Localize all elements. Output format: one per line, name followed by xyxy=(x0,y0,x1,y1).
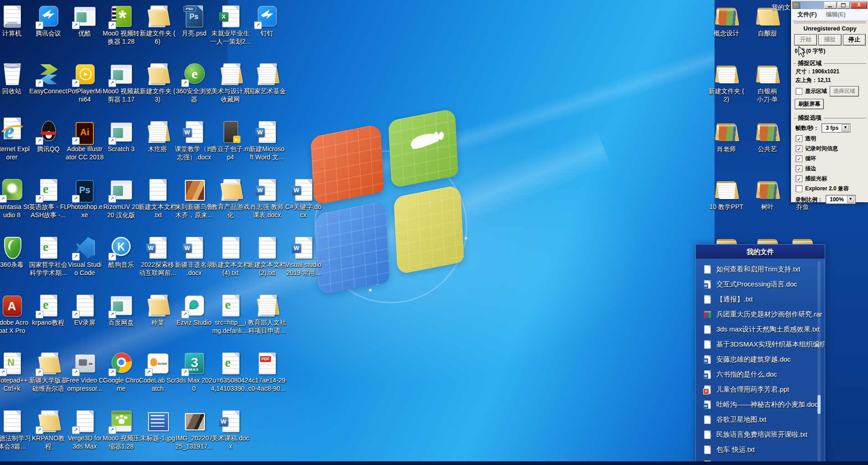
desktop-icon[interactable]: krpano教程 xyxy=(30,292,66,350)
desktop-icon[interactable]: 10 教学PPT xyxy=(708,176,745,234)
menu-file[interactable]: 文件(F) xyxy=(797,10,817,19)
file-list-item[interactable]: 如何查看和启用Trim支持.txt xyxy=(696,262,825,277)
desktop-icon[interactable]: 腾讯QQ xyxy=(30,118,66,176)
desktop-icon[interactable]: 木疙瘩 xyxy=(139,118,176,176)
desktop-icon[interactable]: 新建文件夹 ( 6) xyxy=(139,3,176,61)
desktop-icon[interactable]: 来到新疆乌鲁 木齐，原来... xyxy=(176,176,212,234)
desktop-icon[interactable]: Moo0 视频裁 剪器 1.17 xyxy=(103,61,139,118)
close-button[interactable]: X xyxy=(851,2,867,9)
start-button[interactable]: 开始 xyxy=(794,34,817,46)
file-list-item[interactable]: 包车 快运.txt xyxy=(696,442,825,457)
desktop-icon[interactable]: RizomUV 20 20 汉化版 xyxy=(103,176,139,234)
desktop-icon[interactable]: 概念设计 xyxy=(708,3,745,61)
desktop-icon[interactable]: Scratch 3 xyxy=(103,118,139,176)
desktop-icon[interactable]: 百度网盘 xyxy=(103,292,139,350)
option-checkbox[interactable] xyxy=(796,185,802,192)
desktop-icon[interactable]: 未就业毕业生 一人一策划2... xyxy=(212,3,249,61)
menu-edit[interactable]: 编辑(E) xyxy=(826,10,846,19)
desktop-icon[interactable]: 肖志强 教师 课表.docx xyxy=(249,176,285,234)
desktop-icon[interactable]: 新建文件夹 ( 3) xyxy=(139,61,176,118)
record-scale-dropdown[interactable]: 100%▼ xyxy=(826,195,856,204)
scrollbar-thumb[interactable] xyxy=(817,395,821,414)
desktop-icon[interactable]: 国家艺术基金 xyxy=(249,61,285,118)
capture-button[interactable]: 捕捉 xyxy=(818,34,841,46)
folder-photo-icon xyxy=(714,120,739,144)
desktop-icon[interactable]: 2022探索移 动互联网前... xyxy=(139,234,176,292)
file-list-item[interactable]: 谷歌卫星地图.txt xyxy=(696,412,825,427)
file-list-item[interactable]: 3ds max设计天然陶土质感效果.txt xyxy=(696,322,825,337)
select-region-button[interactable]: 选择区域 xyxy=(830,86,859,97)
option-checkbox[interactable] xyxy=(796,135,802,142)
desktop-icon[interactable]: 新建文本文档 .txt xyxy=(139,176,176,234)
desktop-icon[interactable]: KRPANO教 程 xyxy=(30,408,66,465)
desktop-icon[interactable]: 课堂教学（肖 志强）.docx xyxy=(176,118,212,176)
file-list-item[interactable]: 【通报】.txt xyxy=(696,292,825,307)
desktop-icon[interactable]: 新建文本文档 (2).txt xyxy=(249,234,285,292)
desktop-icon[interactable]: 酷狗音乐 xyxy=(103,234,139,292)
desktop-icon[interactable]: C#关键字.do cx xyxy=(285,176,322,234)
file-list-item[interactable]: 吐峪沟——神秘古朴的小麦加.doc xyxy=(696,397,825,412)
stop-button[interactable]: 停止 xyxy=(843,34,866,46)
desktop-icon[interactable]: u=63508042 4,14103390... xyxy=(212,350,249,408)
desktop-icon[interactable]: 新疆大学版基 础维吾尔语 xyxy=(30,350,66,408)
desktop-icon[interactable]: 新建文件夹 ( 2) xyxy=(708,61,745,118)
desktop-icon[interactable]: 360安全浏览 器 xyxy=(176,61,212,118)
file-list-item[interactable]: 六书指的是什么.doc xyxy=(696,367,825,382)
desktop-icon[interactable]: Visual Studi o Code xyxy=(66,234,103,292)
desktop-icon[interactable]: 美术课稿.doc x xyxy=(212,408,249,465)
desktop-icon[interactable]: 4c17ae14-29 c0-4ac8-90... xyxy=(249,350,285,408)
desktop-icon[interactable]: IMG_202207 25_131917... xyxy=(176,408,212,465)
desktop-icon[interactable]: 新建Microso ft Word 文... xyxy=(249,118,285,176)
desktop-icon-label: 钉钉 xyxy=(244,29,290,37)
desktop-icon[interactable]: 未标题-1.jpg xyxy=(139,408,176,465)
desktop-icon[interactable]: Verge3D for 3ds Max xyxy=(66,408,103,465)
desktop-icon[interactable]: Adobe Illustr ator CC 2018 xyxy=(66,118,103,176)
show-region-checkbox[interactable] xyxy=(796,88,802,95)
maximize-button[interactable] xyxy=(837,2,850,9)
desktop-icon[interactable]: 种菜 xyxy=(139,292,176,350)
desktop-icon[interactable]: 3ds Max 202 0 xyxy=(176,350,212,408)
option-checkbox[interactable] xyxy=(796,165,802,172)
refresh-screen-button[interactable]: 刷新屏幕 xyxy=(795,99,824,109)
minimize-button[interactable] xyxy=(824,2,837,9)
file-list-item[interactable]: 基于3DSMAX实现针织基本组织编织的... xyxy=(696,337,825,352)
file-list-item[interactable]: 民族语言免费培训班开课啦.txt xyxy=(696,427,825,442)
desktop-icon[interactable]: 白银柄 小刀-单 xyxy=(749,61,786,118)
desktop-icon[interactable]: Free Video C ompressor... xyxy=(66,350,103,408)
desktop-icon[interactable]: 腾讯会议 xyxy=(30,3,66,61)
desktop-icon[interactable]: Moo0 视频转 换器 1.28 xyxy=(103,3,139,61)
desktop-icon[interactable]: 月亮.psd xyxy=(176,3,212,61)
desktop-icon[interactable]: 国家哲学社会 科学学术期... xyxy=(30,234,66,292)
desktop-icon[interactable]: 新疆非遗名录 .docx xyxy=(176,234,212,292)
desktop-icon[interactable]: Visual studio 2019 常用... xyxy=(285,234,322,292)
desktop-icon[interactable]: 教育产品游戏 化 xyxy=(212,176,249,234)
desktop-icon[interactable]: Photoshop.e xe xyxy=(66,176,103,234)
option-checkbox[interactable] xyxy=(796,155,802,162)
file-list-item[interactable]: 兵团重大历史题材沙画创作研究.rar xyxy=(696,307,825,322)
desktop-icon[interactable]: Moo0 视频压 缩器1.28 xyxy=(103,408,139,465)
file-list-item[interactable]: 安藤忠雄的建筑穿越.doc xyxy=(696,352,825,367)
desktop-icon[interactable]: 英语故事 - FL ASH故事 -... xyxy=(30,176,66,234)
scrollbar-track[interactable] xyxy=(817,261,821,463)
desktop-icon[interactable]: 美术与设计系 收藏网 xyxy=(212,61,249,118)
desktop-icon[interactable]: EasyConnect xyxy=(30,61,66,118)
file-list-item[interactable]: 交互式Processing语言.doc xyxy=(696,277,825,292)
option-checkbox[interactable] xyxy=(796,175,802,182)
desktop-icon[interactable]: 新建文本文档 (4).txt xyxy=(212,234,249,292)
option-checkbox[interactable] xyxy=(796,145,802,152)
fps-dropdown[interactable]: 3 fps▼ xyxy=(822,123,850,133)
desktop-icon[interactable]: 优酷 xyxy=(66,3,103,61)
desktop-icon[interactable]: EV录屏 xyxy=(66,292,103,350)
desktop-icon[interactable]: Google Chro me xyxy=(103,350,139,408)
desktop-icon[interactable]: 钉钉 xyxy=(249,3,285,61)
desktop-icon[interactable]: PotPlayerMi ni64 xyxy=(66,61,103,118)
window-titlebar[interactable]: X xyxy=(792,1,868,9)
desktop-icon[interactable]: Ezviz Studio xyxy=(176,292,212,350)
desktop-icon[interactable]: src=http__i mg.defanli.... xyxy=(212,292,249,350)
desktop-icon[interactable]: 香豆子包子.m p4 xyxy=(212,118,249,176)
desktop-icon[interactable]: 肖老师 xyxy=(708,118,745,176)
desktop-icon[interactable]: CodeLab Scr atch xyxy=(139,350,176,408)
desktop-icon[interactable]: 教育部人文社 科项目申请... xyxy=(249,292,285,350)
desktop-icon[interactable]: 公共艺 xyxy=(749,118,786,176)
file-list-item[interactable]: 儿童合理用药李芳君.ppt xyxy=(696,382,825,397)
